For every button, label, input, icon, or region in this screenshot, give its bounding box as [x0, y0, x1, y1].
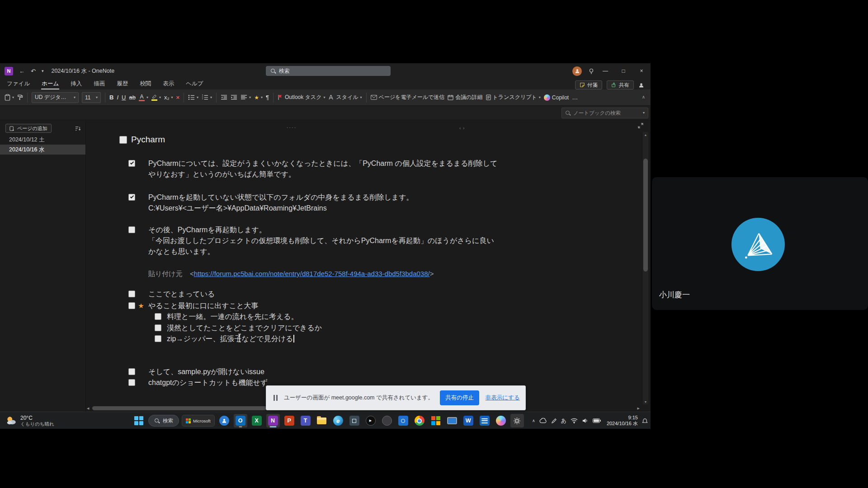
- outlook-icon[interactable]: O: [234, 414, 247, 427]
- tray-chevron-icon[interactable]: ∧: [532, 418, 535, 423]
- note-text-line[interactable]: ここでとまっている: [148, 289, 215, 300]
- page-width-handle-icon[interactable]: ‹ ›: [459, 126, 465, 131]
- bullet-list-button[interactable]: ▾: [188, 94, 198, 100]
- office-icon[interactable]: [429, 414, 443, 427]
- note-text-line[interactable]: やること最初に口に出すこと大事: [148, 300, 258, 311]
- transcript-button[interactable]: トランスクリプト ▾: [486, 94, 541, 101]
- expand-icon[interactable]: [638, 123, 643, 128]
- tab-draw[interactable]: 描画: [93, 79, 105, 89]
- note-text-line[interactable]: その後、PyCharmを再起動します。: [148, 225, 494, 235]
- quick-access-more-icon[interactable]: ▾: [42, 69, 44, 73]
- scroll-up-icon[interactable]: ▲: [643, 132, 648, 137]
- ribbon-collapse-icon[interactable]: ∧: [642, 94, 645, 99]
- todo-checkbox[interactable]: [128, 291, 135, 297]
- undo-icon[interactable]: ↶: [31, 68, 36, 74]
- ime-indicator[interactable]: あ: [561, 417, 566, 425]
- notification-bell-icon[interactable]: [642, 418, 648, 424]
- tab-file[interactable]: ファイル: [6, 79, 30, 89]
- account-avatar[interactable]: [572, 66, 582, 76]
- horizontal-scrollbar-thumb[interactable]: [92, 406, 267, 410]
- todo-checkbox[interactable]: [128, 368, 135, 375]
- people-icon[interactable]: [217, 414, 231, 427]
- outlook-tasks-button[interactable]: Outlook タスク ▾: [278, 94, 326, 101]
- more-options-button[interactable]: …: [572, 94, 578, 100]
- scroll-down-icon[interactable]: ▼: [643, 399, 648, 404]
- excel-icon[interactable]: X: [250, 414, 264, 427]
- note-text[interactable]: zip→ジッパー、拡張子などで見分ける: [167, 335, 293, 343]
- copilot-button[interactable]: Copilot: [544, 94, 569, 101]
- todo-checkbox[interactable]: [128, 379, 135, 386]
- wifi-icon[interactable]: [571, 418, 578, 423]
- pinned-app-icon[interactable]: [380, 414, 394, 427]
- pinned-app-icon[interactable]: [396, 414, 410, 427]
- edge-icon[interactable]: e: [331, 414, 345, 427]
- close-button[interactable]: ×: [632, 63, 651, 79]
- tab-home[interactable]: ホーム: [41, 79, 59, 89]
- hide-bar-link[interactable]: 非表示にする: [486, 394, 520, 402]
- bold-button[interactable]: B: [109, 94, 113, 100]
- titlebar-search-input[interactable]: 検索: [266, 66, 391, 76]
- tab-help[interactable]: ヘルプ: [185, 79, 203, 89]
- tab-insert[interactable]: 挿入: [70, 79, 82, 89]
- stop-sharing-button[interactable]: 共有の停止: [440, 390, 479, 405]
- note-text-line[interactable]: そして、sample.pyが開けないissue: [148, 366, 264, 377]
- page-drag-handle-icon[interactable]: ····: [267, 125, 316, 130]
- media-player-icon[interactable]: ▶: [364, 414, 377, 427]
- scroll-left-icon[interactable]: ◀: [87, 407, 89, 410]
- alignment-button[interactable]: ▾: [241, 94, 251, 100]
- underline-button[interactable]: U: [122, 94, 126, 100]
- minimize-button[interactable]: —: [596, 63, 614, 79]
- chrome-icon[interactable]: [413, 414, 426, 427]
- tab-history[interactable]: 履歴: [116, 79, 128, 89]
- note-text-line[interactable]: やりなおす」というのがいちばん簡単です。: [148, 169, 497, 180]
- powerpoint-icon[interactable]: P: [283, 414, 296, 427]
- todo-checkbox[interactable]: [128, 302, 135, 309]
- taskbar-search-input[interactable]: 検索: [148, 415, 179, 427]
- start-button[interactable]: [132, 414, 146, 427]
- pen-icon[interactable]: [551, 418, 557, 424]
- share-button[interactable]: 共有: [607, 80, 634, 89]
- note-text-line[interactable]: PyCharmを起動していない状態で以下のフォルダの中身をまるまる削除します。: [148, 192, 414, 203]
- feed-button[interactable]: 付箋: [575, 80, 602, 89]
- font-color-button[interactable]: A ▾: [139, 94, 148, 101]
- note-text-line[interactable]: 漠然としてたことをどこまでクリアにできるか: [167, 323, 322, 333]
- back-icon[interactable]: ←: [19, 68, 25, 74]
- remote-desktop-icon[interactable]: [445, 414, 459, 427]
- teams-icon[interactable]: T: [299, 414, 312, 427]
- citation-link[interactable]: https://forum.pc5bai.com/note/entry/d817…: [194, 270, 430, 277]
- italic-button[interactable]: I: [117, 94, 118, 100]
- note-text-line[interactable]: 「今回お渡ししたプロジェクトの仮想環境も削除して、それからPyCharmを再起動…: [148, 235, 494, 246]
- tell-me-lightbulb-icon[interactable]: [588, 68, 594, 74]
- weather-widget[interactable]: 20°C くもりのち晴れ: [3, 414, 57, 427]
- highlight-button[interactable]: ▾: [151, 94, 161, 101]
- note-text-line[interactable]: C:¥Users¥<ユーザー名>¥AppData¥Roaming¥JetBrai…: [148, 203, 414, 214]
- todo-checkbox-checked[interactable]: [128, 160, 135, 167]
- vertical-scrollbar-thumb[interactable]: [643, 159, 648, 272]
- note-text-line[interactable]: かなとも思います。: [148, 246, 494, 257]
- pinned-app-icon[interactable]: [478, 414, 491, 427]
- sort-pages-button[interactable]: [75, 126, 81, 131]
- note-text-line[interactable]: PyCharmについては、設定がうまくいかなくなったときには、「PyCharm …: [148, 158, 497, 169]
- clear-formatting-button[interactable]: ×: [176, 94, 179, 100]
- tab-review[interactable]: 校閲: [139, 79, 151, 89]
- onenote-taskbar-icon[interactable]: N: [266, 414, 280, 427]
- copilot-icon[interactable]: [494, 414, 508, 427]
- onedrive-cloud-icon[interactable]: [539, 418, 547, 423]
- todo-checkbox[interactable]: [119, 136, 127, 144]
- volume-icon[interactable]: [582, 418, 589, 423]
- font-name-select[interactable]: UD デジタル 教 ▾: [32, 92, 79, 103]
- decrease-indent-button[interactable]: [221, 94, 227, 100]
- todo-checkbox[interactable]: [155, 335, 161, 342]
- notebook-search-input[interactable]: ノートブックの検索 ▾: [561, 108, 648, 118]
- note-canvas[interactable]: ···· ‹ › Pycharm PyCharmについては、設定がうまくいかなく…: [86, 120, 651, 412]
- note-heading[interactable]: Pycharm: [131, 134, 165, 145]
- todo-checkbox[interactable]: [155, 324, 161, 331]
- maximize-button[interactable]: □: [614, 63, 632, 79]
- battery-icon[interactable]: [593, 418, 601, 423]
- todo-checkbox-checked[interactable]: [128, 194, 135, 201]
- increase-indent-button[interactable]: [231, 94, 237, 100]
- pinned-app-icon[interactable]: [348, 414, 361, 427]
- styles-button[interactable]: スタイル ▾: [328, 94, 362, 101]
- settings-icon[interactable]: [510, 414, 524, 427]
- strikethrough-button[interactable]: ab: [129, 94, 135, 100]
